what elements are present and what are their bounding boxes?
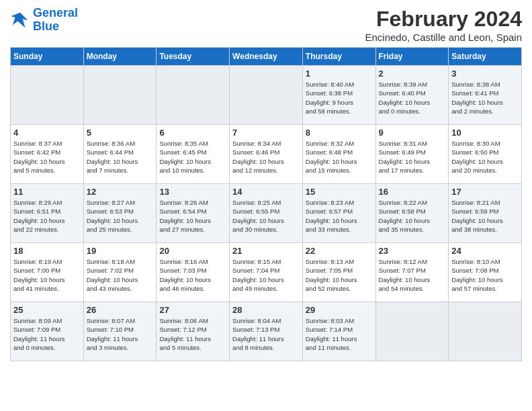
logo-text: General Blue — [33, 7, 78, 34]
day-number: 10 — [451, 128, 519, 138]
calendar-cell: 10Sunrise: 8:30 AMSunset: 6:50 PMDayligh… — [449, 125, 522, 184]
day-info: Sunrise: 8:21 AMSunset: 6:59 PMDaylight:… — [451, 198, 519, 234]
calendar-cell: 13Sunrise: 8:26 AMSunset: 6:54 PMDayligh… — [157, 184, 230, 243]
day-info: Sunrise: 8:03 AMSunset: 7:14 PMDaylight:… — [306, 316, 373, 352]
calendar-cell: 3Sunrise: 8:38 AMSunset: 6:41 PMDaylight… — [449, 66, 522, 125]
header-friday: Friday — [375, 48, 449, 66]
day-info: Sunrise: 8:10 AMSunset: 7:08 PMDaylight:… — [451, 257, 519, 293]
day-info: Sunrise: 8:29 AMSunset: 6:51 PMDaylight:… — [13, 198, 81, 234]
title-section: February 2024 Encinedo, Castille and Leo… — [365, 7, 523, 43]
day-info: Sunrise: 8:18 AMSunset: 7:02 PMDaylight:… — [87, 257, 154, 293]
day-number: 7 — [232, 128, 300, 138]
day-info: Sunrise: 8:04 AMSunset: 7:13 PMDaylight:… — [232, 316, 300, 352]
calendar-cell: 9Sunrise: 8:31 AMSunset: 6:49 PMDaylight… — [375, 125, 449, 184]
day-number: 23 — [379, 246, 446, 256]
calendar-cell: 29Sunrise: 8:03 AMSunset: 7:14 PMDayligh… — [302, 302, 375, 361]
calendar-cell: 19Sunrise: 8:18 AMSunset: 7:02 PMDayligh… — [83, 243, 157, 302]
header-wednesday: Wednesday — [230, 48, 303, 66]
calendar-cell — [157, 66, 230, 125]
calendar-cell: 15Sunrise: 8:23 AMSunset: 6:57 PMDayligh… — [302, 184, 375, 243]
day-number: 18 — [13, 246, 81, 256]
day-number: 19 — [87, 246, 154, 256]
calendar-week-row: 11Sunrise: 8:29 AMSunset: 6:51 PMDayligh… — [11, 184, 522, 243]
header: General Blue February 2024 Encinedo, Cas… — [10, 7, 522, 43]
calendar-cell — [230, 66, 303, 125]
day-info: Sunrise: 8:27 AMSunset: 6:53 PMDaylight:… — [87, 198, 154, 234]
day-info: Sunrise: 8:34 AMSunset: 6:46 PMDaylight:… — [232, 139, 300, 175]
day-info: Sunrise: 8:09 AMSunset: 7:09 PMDaylight:… — [13, 316, 81, 352]
calendar-cell — [375, 302, 449, 361]
day-info: Sunrise: 8:30 AMSunset: 6:50 PMDaylight:… — [451, 139, 519, 175]
calendar-week-row: 1Sunrise: 8:40 AMSunset: 6:38 PMDaylight… — [11, 66, 522, 125]
day-info: Sunrise: 8:35 AMSunset: 6:45 PMDaylight:… — [159, 139, 226, 175]
day-number: 24 — [451, 246, 519, 256]
day-number: 22 — [306, 246, 373, 256]
day-info: Sunrise: 8:19 AMSunset: 7:00 PMDaylight:… — [13, 257, 81, 293]
day-number: 27 — [159, 305, 226, 315]
calendar-cell: 25Sunrise: 8:09 AMSunset: 7:09 PMDayligh… — [11, 302, 84, 361]
day-number: 3 — [451, 68, 519, 79]
day-number: 4 — [13, 128, 81, 138]
day-info: Sunrise: 8:07 AMSunset: 7:10 PMDaylight:… — [87, 316, 154, 352]
calendar-cell: 7Sunrise: 8:34 AMSunset: 6:46 PMDaylight… — [230, 125, 303, 184]
calendar-cell: 1Sunrise: 8:40 AMSunset: 6:38 PMDaylight… — [302, 66, 375, 125]
day-number: 9 — [379, 128, 446, 138]
day-number: 11 — [13, 187, 81, 197]
header-thursday: Thursday — [302, 48, 375, 66]
calendar-cell — [83, 66, 157, 125]
day-info: Sunrise: 8:39 AMSunset: 6:40 PMDaylight:… — [379, 80, 446, 116]
day-number: 6 — [159, 128, 226, 138]
calendar-table: SundayMondayTuesdayWednesdayThursdayFrid… — [10, 47, 522, 361]
calendar-header-row: SundayMondayTuesdayWednesdayThursdayFrid… — [11, 48, 522, 66]
header-sunday: Sunday — [11, 48, 84, 66]
calendar-cell: 28Sunrise: 8:04 AMSunset: 7:13 PMDayligh… — [230, 302, 303, 361]
calendar-cell: 27Sunrise: 8:06 AMSunset: 7:12 PMDayligh… — [157, 302, 230, 361]
day-info: Sunrise: 8:36 AMSunset: 6:44 PMDaylight:… — [87, 139, 154, 175]
day-number: 5 — [87, 128, 154, 138]
day-number: 20 — [159, 246, 226, 256]
day-info: Sunrise: 8:16 AMSunset: 7:03 PMDaylight:… — [159, 257, 226, 293]
day-number: 14 — [232, 187, 300, 197]
day-info: Sunrise: 8:40 AMSunset: 6:38 PMDaylight:… — [306, 80, 373, 116]
day-info: Sunrise: 8:12 AMSunset: 7:07 PMDaylight:… — [379, 257, 446, 293]
calendar-cell: 17Sunrise: 8:21 AMSunset: 6:59 PMDayligh… — [449, 184, 522, 243]
logo-blue: Blue — [33, 19, 59, 33]
day-number: 26 — [87, 305, 154, 315]
calendar-cell: 22Sunrise: 8:13 AMSunset: 7:05 PMDayligh… — [302, 243, 375, 302]
calendar-cell: 12Sunrise: 8:27 AMSunset: 6:53 PMDayligh… — [83, 184, 157, 243]
day-number: 21 — [232, 246, 300, 256]
day-number: 2 — [379, 68, 446, 79]
calendar-cell: 21Sunrise: 8:15 AMSunset: 7:04 PMDayligh… — [230, 243, 303, 302]
calendar-week-row: 18Sunrise: 8:19 AMSunset: 7:00 PMDayligh… — [11, 243, 522, 302]
day-info: Sunrise: 8:15 AMSunset: 7:04 PMDaylight:… — [232, 257, 300, 293]
calendar-cell: 20Sunrise: 8:16 AMSunset: 7:03 PMDayligh… — [157, 243, 230, 302]
day-number: 1 — [306, 68, 373, 79]
day-info: Sunrise: 8:22 AMSunset: 6:58 PMDaylight:… — [379, 198, 446, 234]
calendar-cell: 11Sunrise: 8:29 AMSunset: 6:51 PMDayligh… — [11, 184, 84, 243]
calendar-cell: 6Sunrise: 8:35 AMSunset: 6:45 PMDaylight… — [157, 125, 230, 184]
logo-icon — [10, 10, 30, 30]
calendar-cell: 14Sunrise: 8:25 AMSunset: 6:55 PMDayligh… — [230, 184, 303, 243]
day-number: 8 — [306, 128, 373, 138]
day-info: Sunrise: 8:31 AMSunset: 6:49 PMDaylight:… — [379, 139, 446, 175]
logo: General Blue — [10, 7, 78, 34]
day-number: 28 — [232, 305, 300, 315]
calendar-week-row: 4Sunrise: 8:37 AMSunset: 6:42 PMDaylight… — [11, 125, 522, 184]
calendar-cell: 26Sunrise: 8:07 AMSunset: 7:10 PMDayligh… — [83, 302, 157, 361]
calendar-cell: 24Sunrise: 8:10 AMSunset: 7:08 PMDayligh… — [449, 243, 522, 302]
calendar-cell: 23Sunrise: 8:12 AMSunset: 7:07 PMDayligh… — [375, 243, 449, 302]
day-number: 15 — [306, 187, 373, 197]
day-info: Sunrise: 8:32 AMSunset: 6:48 PMDaylight:… — [306, 139, 373, 175]
day-number: 29 — [306, 305, 373, 315]
day-info: Sunrise: 8:37 AMSunset: 6:42 PMDaylight:… — [13, 139, 81, 175]
header-saturday: Saturday — [449, 48, 522, 66]
day-info: Sunrise: 8:26 AMSunset: 6:54 PMDaylight:… — [159, 198, 226, 234]
svg-marker-0 — [11, 13, 28, 28]
day-info: Sunrise: 8:23 AMSunset: 6:57 PMDaylight:… — [306, 198, 373, 234]
subtitle: Encinedo, Castille and Leon, Spain — [365, 32, 523, 43]
day-info: Sunrise: 8:13 AMSunset: 7:05 PMDaylight:… — [306, 257, 373, 293]
day-info: Sunrise: 8:38 AMSunset: 6:41 PMDaylight:… — [451, 80, 519, 116]
day-number: 17 — [451, 187, 519, 197]
day-number: 25 — [13, 305, 81, 315]
day-number: 13 — [159, 187, 226, 197]
